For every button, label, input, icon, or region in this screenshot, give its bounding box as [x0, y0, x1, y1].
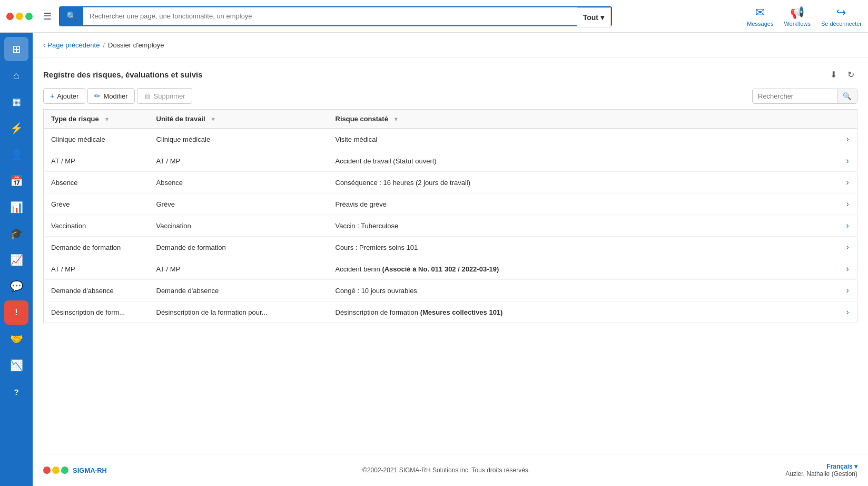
- chevron-right-icon[interactable]: ›: [846, 307, 849, 316]
- footer-right: Français ▾ Auzier, Nathalie (Gestion): [785, 463, 857, 478]
- cell-arrow[interactable]: ›: [839, 215, 857, 237]
- tout-label: Tout: [583, 13, 598, 22]
- sidebar-item-dashboard[interactable]: ▦: [4, 90, 28, 114]
- sidebar-item-help[interactable]: ?: [4, 380, 28, 404]
- breadcrumb-current: Dossier d'employé: [108, 41, 164, 49]
- cell-arrow[interactable]: ›: [839, 129, 857, 150]
- cell-type: Grève: [44, 193, 149, 215]
- chevron-right-icon[interactable]: ›: [846, 242, 849, 251]
- table-row[interactable]: Demande d'absenceDemande d'absenceCongé …: [44, 280, 857, 302]
- cell-unit: AT / MP: [149, 150, 328, 172]
- cell-arrow[interactable]: ›: [839, 150, 857, 172]
- handshake-icon: 🤝: [10, 333, 23, 345]
- table-row[interactable]: Désinscription de form...Désinscription …: [44, 302, 857, 323]
- cell-type: Clinique médicale: [44, 129, 149, 150]
- cell-unit: Demande d'absence: [149, 280, 328, 302]
- back-link[interactable]: ‹ Page précédente: [43, 41, 100, 49]
- sidebar-item-graduation[interactable]: 🎓: [4, 221, 28, 246]
- chevron-down-icon: ▾: [600, 13, 604, 22]
- cell-risk: Congé : 10 jours ouvrables: [328, 280, 839, 302]
- cell-arrow[interactable]: ›: [839, 172, 857, 193]
- deconnect-icon: ↪: [836, 6, 846, 20]
- unit-filter-icon[interactable]: ▼: [210, 116, 216, 122]
- hamburger-button[interactable]: ☰: [40, 7, 55, 25]
- table-row[interactable]: AbsenceAbsenceConséquence : 16 heures (2…: [44, 172, 857, 193]
- messages-action[interactable]: ✉ Messages: [747, 6, 773, 27]
- back-label: Page précédente: [47, 41, 100, 49]
- sidebar-item-people[interactable]: 👤: [4, 142, 28, 167]
- search-button[interactable]: 🔍: [60, 7, 83, 25]
- deconnect-action[interactable]: ↪ Se déconnecter: [821, 6, 862, 27]
- alert-icon: !: [15, 308, 17, 317]
- chat-icon: 💬: [10, 280, 23, 293]
- col-header-type: Type de risque ▼: [44, 110, 149, 129]
- cell-risk: Préavis de grève: [328, 193, 839, 215]
- workflows-action[interactable]: 📢 Workflows: [784, 6, 811, 27]
- report-icon: 📊: [10, 201, 23, 213]
- table-search-box: 🔍: [752, 89, 857, 104]
- table-row[interactable]: AT / MPAT / MPAccident bénin (Associé à …: [44, 258, 857, 280]
- chevron-right-icon[interactable]: ›: [846, 178, 849, 187]
- cell-arrow[interactable]: ›: [839, 280, 857, 302]
- sidebar-item-alert[interactable]: !: [4, 300, 28, 325]
- messages-icon: ✉: [755, 6, 765, 20]
- download-button[interactable]: ⬇: [827, 69, 840, 81]
- cell-type: Désinscription de form...: [44, 302, 149, 323]
- sidebar-item-chart[interactable]: 📈: [4, 248, 28, 272]
- cell-type: AT / MP: [44, 258, 149, 280]
- sidebar-item-calendar[interactable]: 📅: [4, 169, 28, 193]
- cell-unit: Absence: [149, 172, 328, 193]
- table-row[interactable]: Clinique médicaleClinique médicaleVisite…: [44, 129, 857, 150]
- cell-arrow[interactable]: ›: [839, 193, 857, 215]
- refresh-button[interactable]: ↻: [844, 69, 857, 81]
- table-search-button[interactable]: 🔍: [837, 89, 857, 103]
- table-row[interactable]: VaccinationVaccinationVaccin : Tuberculo…: [44, 215, 857, 237]
- footer: SIGMA·RH ©2002-2021 SIGMA-RH Solutions i…: [33, 454, 868, 486]
- sidebar-item-lightning[interactable]: ⚡: [4, 116, 28, 140]
- section-header-actions: ⬇ ↻: [827, 69, 857, 81]
- chevron-right-icon[interactable]: ›: [846, 199, 849, 208]
- tout-dropdown[interactable]: Tout ▾: [577, 7, 611, 27]
- chevron-right-icon[interactable]: ›: [846, 286, 849, 295]
- table-row[interactable]: Demande de formationDemande de formation…: [44, 237, 857, 258]
- search-container: 🔍 Tout ▾: [59, 6, 612, 26]
- cell-arrow[interactable]: ›: [839, 302, 857, 323]
- chevron-right-icon[interactable]: ›: [846, 264, 849, 273]
- cell-arrow[interactable]: ›: [839, 237, 857, 258]
- table-row[interactable]: AT / MPAT / MPAccident de travail (Statu…: [44, 150, 857, 172]
- edit-icon: ✏: [94, 92, 101, 100]
- sidebar-item-home[interactable]: ⌂: [4, 63, 28, 88]
- chevron-right-icon[interactable]: ›: [846, 156, 849, 165]
- col-header-unit: Unité de travail ▼: [149, 110, 328, 129]
- messages-label: Messages: [747, 21, 773, 27]
- sidebar-item-linechart[interactable]: 📉: [4, 353, 28, 377]
- cell-risk: Désinscription de formation (Mesures col…: [328, 302, 839, 323]
- modify-button[interactable]: ✏ Modifier: [87, 88, 134, 104]
- delete-button[interactable]: 🗑 Supprimer: [137, 88, 192, 104]
- risk-filter-icon[interactable]: ▼: [393, 116, 399, 122]
- cell-arrow[interactable]: ›: [839, 258, 857, 280]
- sidebar-item-chat[interactable]: 💬: [4, 274, 28, 298]
- table-search-input[interactable]: [753, 89, 837, 103]
- cell-unit: Clinique médicale: [149, 129, 328, 150]
- section-header: Registre des risques, évaluations et sui…: [43, 69, 857, 81]
- search-input[interactable]: [83, 7, 577, 25]
- cell-unit: Désinscription de la formation pour...: [149, 302, 328, 323]
- sidebar-item-report[interactable]: 📊: [4, 195, 28, 219]
- type-filter-icon[interactable]: ▼: [104, 116, 110, 122]
- workflows-label: Workflows: [784, 21, 811, 27]
- breadcrumb-separator: /: [103, 41, 105, 49]
- language-selector[interactable]: Français ▾: [785, 463, 857, 470]
- sidebar-item-layers[interactable]: ⊞: [4, 37, 28, 61]
- layers-icon: ⊞: [12, 43, 21, 55]
- sidebar-item-handshake[interactable]: 🤝: [4, 327, 28, 351]
- trash-icon: 🗑: [144, 92, 151, 100]
- workflows-icon: 📢: [790, 6, 804, 20]
- col-header-risk: Risque constaté ▼: [328, 110, 839, 129]
- add-button[interactable]: + Ajouter: [43, 88, 85, 104]
- chevron-right-icon[interactable]: ›: [846, 134, 849, 143]
- table-row[interactable]: GrèveGrèvePréavis de grève›: [44, 193, 857, 215]
- add-icon: +: [50, 92, 54, 100]
- people-icon: 👤: [10, 148, 23, 161]
- chevron-right-icon[interactable]: ›: [846, 221, 849, 230]
